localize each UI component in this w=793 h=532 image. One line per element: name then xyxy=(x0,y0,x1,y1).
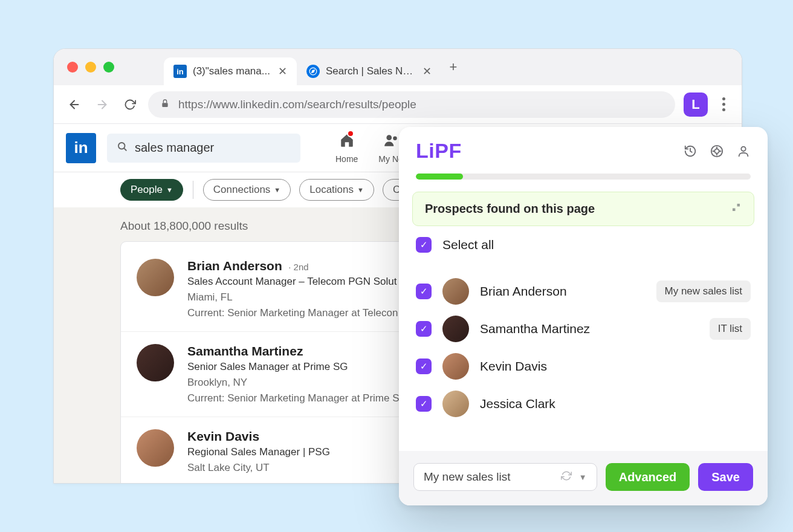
list-select[interactable]: My new sales list ▼ xyxy=(413,463,597,491)
user-icon[interactable] xyxy=(736,144,751,158)
avatar xyxy=(442,316,469,342)
avatar xyxy=(442,391,469,417)
advanced-button[interactable]: Advanced xyxy=(606,463,690,491)
panel-footer: My new sales list ▼ Advanced Save xyxy=(399,451,768,505)
filter-people[interactable]: People ▼ xyxy=(120,179,183,201)
result-current: Current: Senior Marketing Manager at Pri… xyxy=(187,392,400,404)
progress-bar xyxy=(416,174,751,180)
chevron-down-icon: ▼ xyxy=(579,473,587,482)
prospect-name: Jessica Clark xyxy=(480,397,555,411)
checkbox-checked[interactable]: ✓ xyxy=(416,358,432,374)
prospect-tag[interactable]: IT list xyxy=(710,318,751,340)
minimize-window[interactable] xyxy=(85,62,96,73)
expand-icon[interactable] xyxy=(731,202,742,216)
filter-label: Locations xyxy=(309,184,354,196)
prospect-row[interactable]: ✓ Jessica Clark xyxy=(416,391,751,417)
reload-button[interactable] xyxy=(120,95,140,114)
refresh-icon[interactable] xyxy=(561,470,572,484)
tab-title: Search | Sales Nav... xyxy=(326,65,416,77)
checkbox-checked[interactable]: ✓ xyxy=(416,237,432,253)
lock-icon xyxy=(160,99,170,110)
result-current: Current: Senior Marketing Manager at Tel… xyxy=(187,307,398,319)
result-role: Regional Sales Manager | PSG xyxy=(187,446,330,458)
prospect-row[interactable]: ✓ Samantha Martinez IT list xyxy=(416,316,751,342)
browser-menu[interactable] xyxy=(716,97,731,111)
forward-button[interactable] xyxy=(92,95,112,114)
avatar xyxy=(442,353,469,380)
result-location: Brooklyn, NY xyxy=(187,377,400,389)
prospect-name: Brian Anderson xyxy=(480,284,567,299)
titlebar: in (3)"sales mana... ✕ Search | Sales Na… xyxy=(54,49,742,85)
svg-point-15 xyxy=(741,146,745,151)
tab-sales-nav[interactable]: Search | Sales Nav... ✕ xyxy=(297,57,441,85)
caret-down-icon: ▼ xyxy=(274,186,280,193)
history-icon[interactable] xyxy=(683,144,698,158)
checkbox-checked[interactable]: ✓ xyxy=(416,396,432,412)
connection-degree: · 2nd xyxy=(288,262,308,272)
extension-panel: LiPF Prospects found on this page xyxy=(399,127,768,505)
filter-connections[interactable]: Connections ▼ xyxy=(203,179,291,201)
linkedin-favicon: in xyxy=(173,65,187,78)
back-button[interactable] xyxy=(65,95,84,114)
filter-label: People xyxy=(131,184,163,196)
avatar xyxy=(442,278,469,305)
svg-point-7 xyxy=(386,135,392,140)
avatar xyxy=(137,259,174,296)
prospects-banner: Prospects found on this page xyxy=(412,192,754,226)
filter-locations[interactable]: Locations ▼ xyxy=(299,179,374,201)
compass-icon xyxy=(306,65,320,78)
linkedin-nav: Home My Ne xyxy=(335,132,403,164)
svg-marker-1 xyxy=(312,70,315,73)
svg-point-8 xyxy=(393,136,397,140)
linkedin-logo[interactable]: in xyxy=(66,133,96,163)
checkbox-checked[interactable]: ✓ xyxy=(416,284,432,299)
close-tab-icon[interactable]: ✕ xyxy=(422,66,432,77)
extension-badge[interactable]: L xyxy=(684,92,708,117)
nav-home[interactable]: Home xyxy=(335,132,358,164)
prospect-tag[interactable]: My new sales list xyxy=(656,281,751,302)
result-name: Samantha Martinez xyxy=(187,344,303,358)
close-window[interactable] xyxy=(67,62,78,73)
browser-toolbar: https://www.linkedin.com/search/results/… xyxy=(54,85,742,124)
prospect-name: Kevin Davis xyxy=(480,359,547,374)
people-icon xyxy=(383,132,399,152)
avatar xyxy=(137,429,174,467)
list-select-value: My new sales list xyxy=(424,470,511,484)
linkedin-search[interactable]: sales manager xyxy=(107,134,300,163)
result-name: Kevin Davis xyxy=(187,429,259,443)
select-all-row[interactable]: ✓ Select all xyxy=(416,237,751,253)
traffic-lights xyxy=(54,62,128,73)
save-button[interactable]: Save xyxy=(698,463,753,491)
panel-header: LiPF xyxy=(399,127,768,167)
result-location: Miami, FL xyxy=(187,291,398,303)
search-icon xyxy=(117,141,128,155)
svg-point-10 xyxy=(714,149,719,153)
avatar xyxy=(137,344,174,381)
checkbox-checked[interactable]: ✓ xyxy=(416,321,432,337)
prospect-row[interactable]: ✓ Brian Anderson My new sales list xyxy=(416,278,751,305)
svg-rect-4 xyxy=(162,103,167,107)
tab-title: (3)"sales mana... xyxy=(193,65,270,77)
nav-label: Home xyxy=(335,154,358,164)
select-all-label: Select all xyxy=(442,238,494,252)
separator xyxy=(193,181,193,199)
new-tab-button[interactable]: + xyxy=(441,59,465,75)
result-role: Senior Sales Manager at Prime SG xyxy=(187,361,400,373)
url-bar[interactable]: https://www.linkedin.com/search/results/… xyxy=(148,91,675,118)
prospect-row[interactable]: ✓ Kevin Davis xyxy=(416,353,751,380)
browser-tabs: in (3)"sales mana... ✕ Search | Sales Na… xyxy=(164,49,465,85)
svg-line-6 xyxy=(124,148,126,150)
result-role: Sales Account Manager – Telecom PGN Solu… xyxy=(187,276,398,288)
banner-text: Prospects found on this page xyxy=(425,202,595,216)
search-value: sales manager xyxy=(135,141,214,155)
notification-dot xyxy=(347,130,354,137)
tab-linkedin[interactable]: in (3)"sales mana... ✕ xyxy=(164,57,297,85)
filter-label: Connections xyxy=(213,184,271,196)
caret-down-icon: ▼ xyxy=(357,186,364,193)
result-location: Salt Lake City, UT xyxy=(187,462,330,474)
panel-brand: LiPF xyxy=(416,139,462,163)
close-tab-icon[interactable]: ✕ xyxy=(278,66,287,77)
maximize-window[interactable] xyxy=(103,62,114,73)
help-icon[interactable] xyxy=(710,144,724,158)
progress-fill xyxy=(416,174,463,180)
